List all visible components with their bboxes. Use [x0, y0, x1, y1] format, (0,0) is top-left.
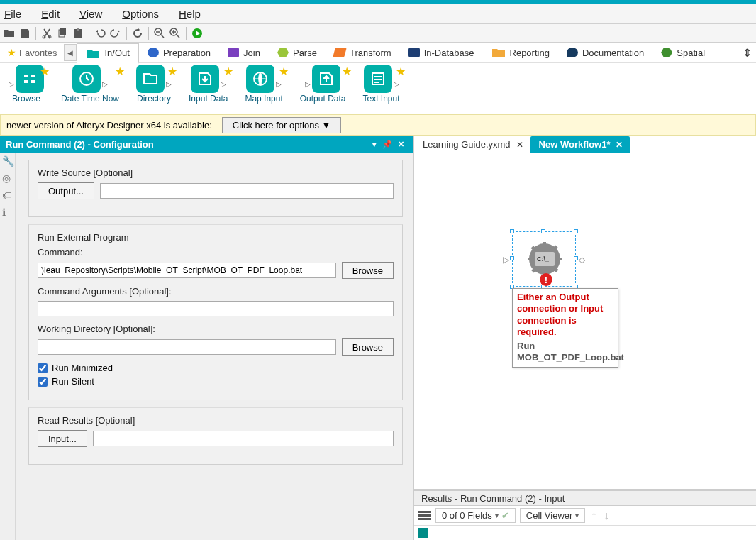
menu-view[interactable]: View [79, 8, 102, 20]
config-title: Run Command (2) - Configuration [6, 139, 154, 150]
close-icon[interactable]: ✕ [516, 140, 523, 150]
scroll-left-icon[interactable]: ◀ [64, 44, 77, 61]
category-spatial[interactable]: Spatial [652, 43, 713, 63]
workdir-input[interactable] [38, 339, 336, 355]
input-button[interactable]: Input... [38, 430, 87, 447]
tool-browse[interactable]: ★ ▷ Browse [0, 63, 52, 114]
swatch-icon [567, 48, 578, 57]
target-icon[interactable]: ◎ [2, 172, 13, 184]
category-documentation[interactable]: Documentation [558, 43, 652, 63]
results-footer [414, 526, 756, 540]
tool-mapinput[interactable]: ★ ▷ Map Input [236, 63, 291, 114]
swatch-icon [228, 48, 239, 57]
tool-datetime[interactable]: ★ ▷ Date Time Now [52, 63, 128, 114]
zoom-in-icon[interactable] [169, 27, 182, 40]
category-indb[interactable]: In-Database [400, 43, 483, 63]
output-path-input[interactable] [100, 183, 394, 199]
info-icon[interactable]: ℹ [2, 206, 13, 218]
command-input[interactable] [38, 263, 336, 278]
close-icon[interactable]: ✕ [398, 140, 404, 149]
tag-icon[interactable]: 🏷 [2, 189, 13, 201]
up-arrow-icon[interactable]: ↑ [589, 509, 598, 522]
svg-rect-18 [557, 258, 562, 260]
workflow-tabs: Learning Guide.yxmd✕ New Workflow1*✕ [414, 136, 756, 153]
tab-learning-guide[interactable]: Learning Guide.yxmd✕ [414, 136, 530, 153]
tool-input[interactable]: ★ ▷ Input Data [180, 63, 236, 114]
menu-options[interactable]: Options [122, 8, 159, 20]
write-source-label: Write Source [Optional] [38, 167, 394, 178]
menu-edit[interactable]: Edit [41, 8, 60, 20]
cut-icon[interactable] [40, 27, 53, 40]
run-command-node[interactable]: ▷ ◇ C:\_ ! [512, 231, 576, 287]
notice-options-button[interactable]: Click here for options ▼ [222, 117, 342, 133]
close-icon[interactable]: ✕ [616, 140, 623, 150]
category-preparation[interactable]: Preparation [139, 43, 219, 63]
star-icon: ★ [7, 47, 16, 58]
category-reporting[interactable]: Reporting [483, 43, 558, 63]
category-join[interactable]: Join [219, 43, 269, 63]
cellviewer-dropdown[interactable]: Cell Viewer▾ [520, 508, 586, 523]
svg-rect-3 [60, 28, 66, 35]
tool-output[interactable]: ★ ▷ Output Data [291, 63, 355, 114]
wrench-icon[interactable]: 🔧 [2, 155, 13, 167]
workdir-browse-button[interactable]: Browse [342, 338, 394, 356]
workflow-canvas[interactable]: ▷ ◇ C:\_ ! Either an Output connection o… [414, 153, 756, 490]
undo-icon[interactable] [94, 27, 106, 40]
favorites-tab[interactable]: ★Favorites [0, 47, 64, 58]
run-silent-checkbox[interactable]: Run Silent [38, 376, 394, 387]
copy-icon[interactable] [56, 27, 69, 40]
category-transform[interactable]: Transform [326, 43, 400, 63]
output-button[interactable]: Output... [38, 182, 94, 199]
results-toolbar: 0 of 0 Fields▾✔ Cell Viewer▾ ↑ ↓ [414, 506, 756, 526]
node-output-anchor[interactable]: ◇ [579, 255, 585, 265]
redo-icon[interactable] [109, 27, 122, 40]
input-path-input[interactable] [93, 431, 394, 446]
star-icon: ★ [396, 65, 406, 78]
folder-icon [86, 48, 100, 59]
save-icon[interactable] [18, 27, 31, 40]
star-icon: ★ [115, 65, 125, 78]
refresh-icon[interactable] [131, 27, 144, 40]
svg-rect-17 [528, 258, 532, 260]
chevron-down-icon: ▾ [495, 512, 499, 519]
tab-new-workflow[interactable]: New Workflow1*✕ [530, 136, 630, 153]
swatch-icon [333, 48, 347, 57]
command-label: Command: [38, 247, 394, 258]
read-results-label: Read Results [Optional] [38, 415, 394, 426]
command-browse-button[interactable]: Browse [342, 262, 394, 279]
tooltip-sub-text: Run MOB_OT_PDF_Loop.bat [517, 341, 613, 364]
zoom-out-icon[interactable] [153, 27, 166, 40]
dropdown-icon[interactable]: ▾ [372, 140, 377, 149]
run-icon[interactable] [191, 27, 204, 40]
open-icon[interactable] [3, 27, 16, 40]
favorites-label: Favorites [19, 48, 57, 58]
star-icon: ★ [223, 65, 233, 78]
node-tooltip: Either an Output connection or Input con… [512, 288, 618, 368]
args-input[interactable] [38, 301, 394, 316]
hex-icon [661, 48, 672, 57]
tool-directory[interactable]: ★ ▷ Directory [128, 63, 180, 114]
menu-bar: File Edit View Options Help [0, 4, 756, 24]
category-inout[interactable]: In/Out [77, 43, 138, 64]
config-panel-header: Run Command (2) - Configuration ▾ 📌 ✕ [0, 136, 413, 153]
paste-icon[interactable] [72, 27, 84, 40]
tool-textinput[interactable]: ★ ▷ Text Input [355, 63, 408, 114]
run-minimized-checkbox[interactable]: Run Minimized [38, 363, 394, 373]
sort-icon[interactable]: ⇕ [743, 46, 752, 60]
node-input-anchor[interactable]: ▷ [503, 255, 509, 265]
notice-text: newer version of Alteryx Designer x64 is… [6, 120, 212, 131]
category-parse[interactable]: Parse [269, 43, 326, 63]
down-arrow-icon[interactable]: ↓ [602, 509, 611, 522]
hamburger-icon[interactable] [418, 511, 431, 520]
tool-connector-out: ▷ [276, 80, 282, 88]
error-badge-icon: ! [540, 273, 552, 286]
tool-connector-out: ▷ [394, 80, 399, 88]
menu-help[interactable]: Help [179, 8, 201, 20]
menu-file[interactable]: File [4, 8, 21, 20]
star-icon: ★ [279, 65, 289, 78]
pin-icon[interactable]: 📌 [382, 140, 392, 149]
fields-dropdown[interactable]: 0 of 0 Fields▾✔ [435, 508, 516, 523]
star-icon: ★ [342, 65, 352, 78]
main-toolbar [0, 24, 756, 43]
svg-rect-5 [77, 28, 79, 31]
